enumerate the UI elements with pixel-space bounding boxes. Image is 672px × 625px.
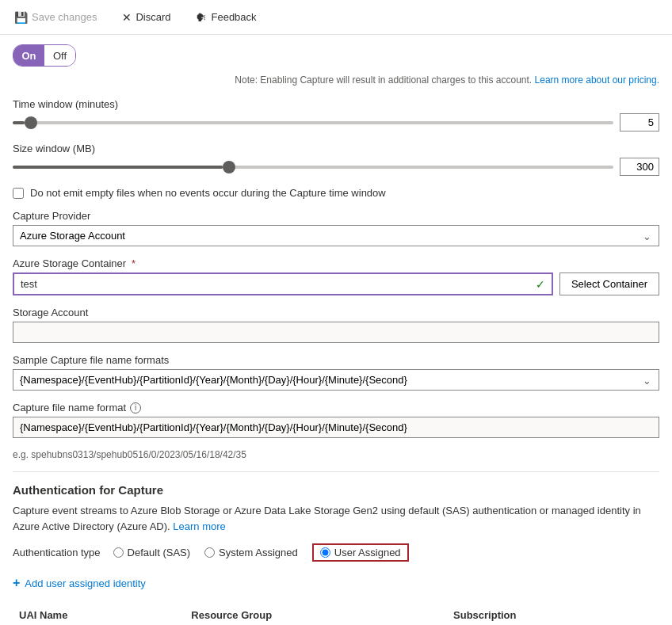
azure-container-label: Azure Storage Container * <box>13 257 659 269</box>
sample-format-dropdown[interactable]: {Namespace}/{EventHub}/{PartitionId}/{Ye… <box>13 369 659 391</box>
save-icon: 💾 <box>14 11 28 24</box>
size-window-label: Size window (MB) <box>13 143 659 154</box>
col-resource-group: Resource Group <box>185 604 447 625</box>
sample-format-label: Sample Capture file name formats <box>13 354 659 366</box>
sample-format-group: Sample Capture file name formats {Namesp… <box>13 354 659 391</box>
capture-provider-dropdown[interactable]: Azure Storage Account Azure Data Lake St… <box>13 225 659 246</box>
auth-title: Authentication for Capture <box>13 483 659 497</box>
capture-format-group: Capture file name format i <box>13 402 659 438</box>
container-input[interactable] <box>14 274 552 294</box>
identity-table: UAI Name Resource Group Subscription Use… <box>13 604 659 625</box>
radio-default-sas[interactable]: Default (SAS) <box>113 547 190 558</box>
required-asterisk: * <box>132 257 136 269</box>
auth-desc: Capture event streams to Azure Blob Stor… <box>13 503 659 534</box>
divider <box>13 471 659 472</box>
info-icon: i <box>130 402 141 413</box>
capture-toggle[interactable]: On Off <box>13 44 76 67</box>
storage-account-group: Storage Account <box>13 307 659 343</box>
radio-system-assigned-input[interactable] <box>204 547 215 558</box>
storage-account-input[interactable] <box>13 322 659 343</box>
time-window-slider-track <box>13 121 613 124</box>
feedback-button[interactable]: 🗣 Feedback <box>191 8 261 27</box>
size-window-value[interactable]: 300 <box>620 158 659 176</box>
toolbar: 💾 Save changes ✕ Discard 🗣 Feedback <box>0 0 672 35</box>
save-button[interactable]: 💾 Save changes <box>10 8 101 27</box>
radio-user-assigned[interactable]: User Assigned <box>320 547 401 558</box>
capture-toggle-group: On Off <box>13 44 659 67</box>
plus-icon: + <box>13 576 20 590</box>
col-subscription: Subscription <box>447 604 659 625</box>
azure-container-group: Azure Storage Container * ✓ Select Conta… <box>13 257 659 295</box>
radio-system-assigned[interactable]: System Assigned <box>204 547 298 558</box>
check-icon: ✓ <box>536 278 545 291</box>
capture-provider-label: Capture Provider <box>13 210 659 222</box>
size-window-slider-row: 300 <box>13 158 659 176</box>
sample-format-dropdown-wrapper: {Namespace}/{EventHub}/{PartitionId}/{Ye… <box>13 369 659 391</box>
size-window-slider-track <box>13 166 613 169</box>
radio-default-sas-input[interactable] <box>113 547 124 558</box>
container-input-wrapper: ✓ <box>13 272 553 295</box>
learn-more-link[interactable]: Learn more <box>173 520 225 532</box>
capture-format-input[interactable] <box>13 417 659 438</box>
container-row: ✓ Select Container <box>13 272 659 295</box>
size-window-thumb[interactable] <box>223 161 235 173</box>
capture-provider-dropdown-wrapper: Azure Storage Account Azure Data Lake St… <box>13 225 659 246</box>
example-text: e.g. spehubns0313/spehub0516/0/2023/05/1… <box>13 449 659 460</box>
feedback-icon: 🗣 <box>196 11 207 24</box>
pricing-link[interactable]: Learn more about our pricing. <box>535 74 659 86</box>
time-window-thumb[interactable] <box>25 116 37 129</box>
capture-format-label: Capture file name format i <box>13 402 659 413</box>
time-window-label: Time window (minutes) <box>13 98 659 110</box>
add-identity-button[interactable]: + Add user assigned identity <box>13 573 146 593</box>
storage-account-label: Storage Account <box>13 307 659 318</box>
main-content: On Off Note: Enabling Capture will resul… <box>0 35 672 625</box>
select-container-button[interactable]: Select Container <box>559 272 659 295</box>
size-window-fill <box>13 166 223 169</box>
auth-type-row: Authentication type Default (SAS) System… <box>13 543 659 562</box>
empty-files-label[interactable]: Do not emit empty files when no events o… <box>30 187 386 199</box>
toggle-off[interactable]: Off <box>44 45 75 66</box>
time-window-slider-row: 5 <box>13 113 659 131</box>
radio-user-assigned-input[interactable] <box>320 547 330 558</box>
col-uai-name: UAI Name <box>13 604 185 625</box>
toggle-on[interactable]: On <box>13 45 44 66</box>
time-window-fill <box>13 121 25 124</box>
size-window-group: Size window (MB) 300 <box>13 143 659 176</box>
note-bar: Note: Enabling Capture will result in ad… <box>13 74 659 86</box>
empty-files-checkbox[interactable] <box>13 188 24 199</box>
time-window-value[interactable]: 5 <box>620 113 659 131</box>
empty-files-checkbox-row: Do not emit empty files when no events o… <box>13 187 659 199</box>
discard-icon: ✕ <box>122 11 132 24</box>
radio-user-assigned-box[interactable]: User Assigned <box>312 543 409 562</box>
auth-type-label: Authentication type <box>13 547 101 558</box>
discard-button[interactable]: ✕ Discard <box>117 8 175 27</box>
capture-provider-group: Capture Provider Azure Storage Account A… <box>13 210 659 246</box>
time-window-group: Time window (minutes) 5 <box>13 98 659 131</box>
